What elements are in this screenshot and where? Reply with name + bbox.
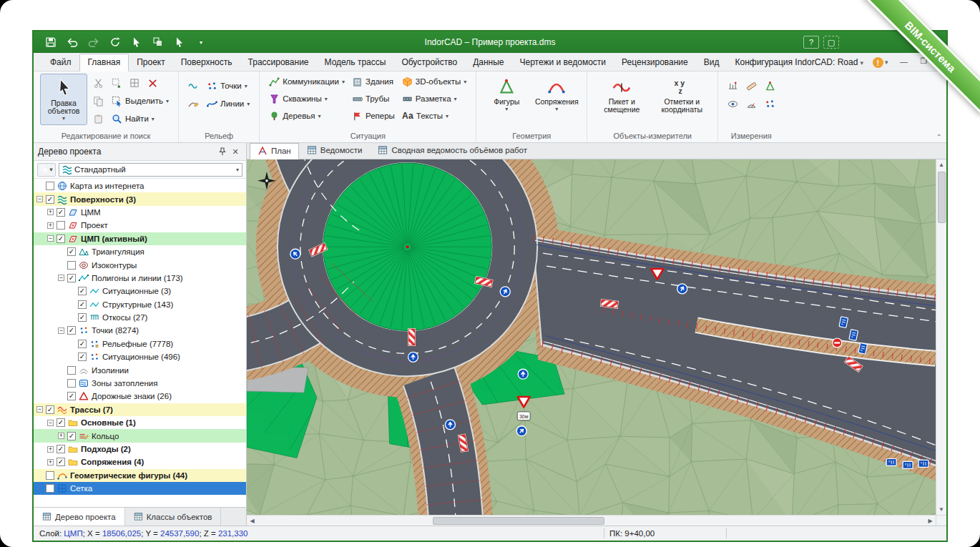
measure-length-button[interactable] xyxy=(743,78,759,94)
checkbox[interactable] xyxy=(57,221,65,230)
tree-filter-button[interactable]: ▾ xyxy=(37,163,56,177)
help-button[interactable]: ? xyxy=(803,36,819,49)
tree-item[interactable]: +✓ЦММ xyxy=(34,206,246,219)
repeat-icon[interactable] xyxy=(108,35,122,49)
marks-coordinates-button[interactable]: Отметки и координаты xyxy=(652,74,711,125)
tab-вид[interactable]: Вид xyxy=(696,54,727,71)
pin-panel-icon[interactable] xyxy=(216,145,229,158)
tree-item[interactable]: ✓Откосы (27) xyxy=(34,311,246,324)
undo-icon[interactable] xyxy=(65,35,79,49)
points-button[interactable]: Точки▾ xyxy=(204,78,253,94)
tree-preset-select[interactable]: Стандартный ▾ xyxy=(59,163,242,177)
tab-данные[interactable]: Данные xyxy=(465,54,511,71)
tree-item[interactable]: Изоконтуры xyxy=(34,258,246,271)
edit-pointer-icon[interactable] xyxy=(129,35,144,49)
copy-button[interactable] xyxy=(90,93,106,109)
tree-expander[interactable]: − xyxy=(47,235,54,242)
info-sign[interactable] xyxy=(858,343,868,355)
view-tab[interactable]: План xyxy=(250,143,299,159)
qat-caret-icon[interactable]: ▾ xyxy=(194,35,208,49)
info-sign[interactable] xyxy=(886,458,896,465)
view-tab[interactable]: Ведомости xyxy=(299,142,371,159)
save-icon[interactable] xyxy=(44,35,58,49)
tree-item[interactable]: +✓Сопряжения (4) xyxy=(34,455,246,468)
boreholes-button[interactable]: Скважины▾ xyxy=(266,91,348,107)
communications-button[interactable]: Коммуникации▾ xyxy=(266,74,348,89)
tree-item[interactable]: −✓Полигоны и линии (173) xyxy=(34,272,246,285)
tree-item[interactable]: −✓Основные (1) xyxy=(34,416,246,429)
tab-трассирование[interactable]: Трассирование xyxy=(240,54,317,71)
tab-файл[interactable]: Файл xyxy=(42,54,79,71)
checkbox[interactable]: ✓ xyxy=(57,208,65,217)
tree-item[interactable]: +✓Подходы (2) xyxy=(34,443,246,455)
info-sign[interactable] xyxy=(839,317,848,328)
collapse-ribbon-button[interactable]: ⌃ xyxy=(936,133,942,141)
checkbox[interactable] xyxy=(46,182,54,190)
pin-window-icon[interactable]: ▢ xyxy=(823,36,839,49)
vertical-scroll-thumb[interactable] xyxy=(938,172,946,223)
checkbox[interactable]: ✓ xyxy=(57,235,65,243)
tree-item[interactable]: Геометрические фигуры (44) xyxy=(34,469,246,482)
minimize-button[interactable]: — xyxy=(895,55,912,67)
checkbox[interactable]: ✓ xyxy=(67,432,76,440)
panel-tab-tree[interactable]: Дерево проекта xyxy=(34,508,125,526)
close-panel-icon[interactable]: ✕ xyxy=(229,145,242,158)
tree-item[interactable]: −✓ЦМП (активный) xyxy=(34,232,246,245)
view-tab[interactable]: Сводная ведомость объёмов работ xyxy=(370,142,535,159)
tree-expander[interactable]: − xyxy=(36,196,43,202)
panel-tab-classes[interactable]: Классы объектов xyxy=(125,508,222,526)
tab-проект[interactable]: Проект xyxy=(129,54,173,71)
tree-expander[interactable]: + xyxy=(47,459,54,465)
pipes-button[interactable]: Трубы xyxy=(349,91,398,107)
checkbox[interactable]: ✓ xyxy=(67,392,76,400)
tree-item[interactable]: −✓Поверхности (3) xyxy=(34,192,246,205)
redo-icon[interactable] xyxy=(87,35,101,49)
plan-canvas[interactable]: 30м xyxy=(247,159,936,515)
scroll-left-arrow[interactable]: ◀ xyxy=(247,516,258,526)
checkbox[interactable]: ✓ xyxy=(57,458,65,466)
tree-item[interactable]: ✓Триангуляция xyxy=(34,245,246,258)
tree-expander[interactable]: + xyxy=(47,209,54,215)
trees-button[interactable]: Деревья▾ xyxy=(266,108,348,124)
measure-area-button[interactable] xyxy=(762,78,778,94)
direction-sign[interactable] xyxy=(408,352,418,362)
add-selection-button[interactable] xyxy=(109,75,124,91)
info-sign[interactable] xyxy=(918,460,928,467)
clear-selection-button[interactable] xyxy=(144,75,160,91)
conjugations-button[interactable]: Сопряжения ▾ xyxy=(533,74,580,125)
measure-eye-button[interactable] xyxy=(725,96,740,112)
texts-button[interactable]: АаТексты▾ xyxy=(399,108,469,124)
objects-3d-button[interactable]: 3D-объекты▾ xyxy=(399,74,469,89)
tree-item[interactable]: ✓Дорожные знаки (26) xyxy=(34,390,246,403)
checkbox[interactable]: ✓ xyxy=(46,405,54,414)
notification-caret-icon[interactable]: ▾ xyxy=(885,59,888,66)
vertical-scrollbar[interactable]: ▲ ▼ xyxy=(936,159,946,515)
paste-button[interactable] xyxy=(90,111,106,127)
find-button[interactable]: Найти▾ xyxy=(109,111,172,127)
barrier-sign[interactable] xyxy=(408,328,416,346)
tree-item[interactable]: +Проект xyxy=(34,219,246,232)
insert-object-icon[interactable] xyxy=(151,35,165,49)
checkbox[interactable]: ✓ xyxy=(46,195,54,204)
tree-expander[interactable]: − xyxy=(58,327,64,334)
tree-item[interactable]: ✓Рельефные (7778) xyxy=(34,337,246,350)
benchmarks-button[interactable]: Реперы xyxy=(349,108,398,124)
tree-item[interactable]: Изолинии xyxy=(34,363,246,376)
figures-button[interactable]: Фигуры ▾ xyxy=(483,74,530,125)
buildings-button[interactable]: Здания xyxy=(349,74,398,89)
tree-item[interactable]: −✓Точки (8274) xyxy=(34,324,246,337)
checkbox[interactable] xyxy=(67,379,76,388)
select-pointer-icon[interactable] xyxy=(172,35,187,49)
horizontal-scroll-thumb[interactable] xyxy=(433,517,604,525)
checkbox[interactable] xyxy=(46,484,54,493)
no-entry-sign[interactable] xyxy=(833,338,842,348)
edit-objects-button[interactable]: Правка объектов ▾ xyxy=(40,74,87,125)
direction-sign[interactable] xyxy=(445,420,455,430)
notification-badge[interactable]: ! xyxy=(873,57,883,68)
info-sign[interactable] xyxy=(903,461,913,468)
measure-edit-button[interactable] xyxy=(725,78,740,94)
picket-offset-button[interactable]: Пикет и смещение xyxy=(594,74,650,125)
tab-главная[interactable]: Главная xyxy=(79,54,129,72)
checkbox[interactable] xyxy=(67,261,76,270)
tree-expander[interactable]: + xyxy=(58,433,64,439)
